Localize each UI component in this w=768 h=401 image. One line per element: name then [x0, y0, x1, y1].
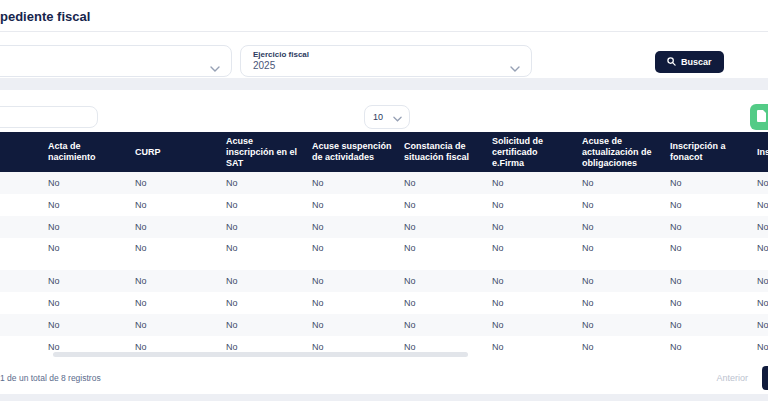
table-cell: No: [757, 172, 768, 194]
table-cell: No: [226, 194, 312, 216]
table-cell: No: [757, 216, 768, 238]
table-cell: No: [312, 172, 404, 194]
table-cell: No: [670, 216, 757, 238]
table-cell: No: [757, 194, 768, 216]
excel-file-icon: [757, 110, 767, 125]
column-header: Acta de nacimiento: [48, 132, 135, 172]
table-header-row: Acta de nacimientoCURPAcuse inscripción …: [0, 132, 768, 172]
table-cell: No: [404, 216, 492, 238]
table-cell: No: [48, 172, 135, 194]
table-cell: No: [582, 270, 670, 292]
current-page-button[interactable]: [762, 366, 768, 390]
filter-row: Ejercicio fiscal 2025 Buscar: [0, 32, 768, 81]
column-header: Ins: [757, 132, 768, 172]
table-cell: No: [670, 336, 757, 358]
table-cell: No: [757, 314, 768, 336]
table-cell: No: [492, 336, 582, 358]
previous-page-button[interactable]: Anterior: [716, 373, 748, 383]
table-cell: [0, 216, 48, 238]
chevron-down-icon: [510, 58, 520, 76]
table-card: 10 Acta de nacimientoCURPAcuse inscripci…: [0, 90, 768, 394]
table-toolbar: 10: [0, 90, 768, 132]
table-cell: No: [582, 216, 670, 238]
table-cell: No: [312, 292, 404, 314]
chevron-down-icon: [210, 58, 220, 76]
column-header: Constancia de situación fiscal: [404, 132, 492, 172]
column-header: Inscripción a fonacot: [670, 132, 757, 172]
table-cell: No: [670, 314, 757, 336]
table-row: NoNoNoNoNoNoNoNoNo: [0, 314, 768, 336]
table-cell: No: [582, 172, 670, 194]
filter-card: pediente fiscal Ejercicio fiscal 2025 Bu…: [0, 0, 768, 78]
horizontal-scrollbar[interactable]: [53, 352, 468, 357]
table-row: NoNoNoNoNoNoNoNoNo: [0, 194, 768, 216]
table-cell: No: [582, 314, 670, 336]
table-cell: No: [582, 292, 670, 314]
table-cell: No: [582, 238, 670, 270]
table-cell: No: [757, 238, 768, 270]
table-cell: No: [48, 314, 135, 336]
table-row: NoNoNoNoNoNoNoNoNo: [0, 238, 768, 270]
column-header: Acuse inscripción en el SAT: [226, 132, 312, 172]
fiscal-year-label: Ejercicio fiscal: [253, 50, 519, 60]
table-cell: No: [226, 314, 312, 336]
table-cell: No: [492, 238, 582, 270]
pagination: 1 de un total de 8 registros Anterior: [0, 358, 768, 390]
table-cell: No: [582, 336, 670, 358]
pagination-info: 1 de un total de 8 registros: [0, 373, 101, 383]
table-row: NoNoNoNoNoNoNoNoNo: [0, 292, 768, 314]
search-icon: [667, 57, 676, 68]
table-cell: No: [582, 194, 670, 216]
table-row: NoNoNoNoNoNoNoNoNo: [0, 270, 768, 292]
table-cell: No: [135, 216, 226, 238]
page-size-select[interactable]: 10: [364, 105, 410, 129]
table-cell: No: [312, 216, 404, 238]
table-cell: No: [404, 194, 492, 216]
table-cell: No: [757, 336, 768, 358]
documents-table: Acta de nacimientoCURPAcuse inscripción …: [0, 132, 768, 358]
table-cell: No: [226, 172, 312, 194]
table-cell: No: [312, 194, 404, 216]
table-cell: No: [757, 292, 768, 314]
column-header: [0, 132, 48, 172]
table-cell: No: [492, 292, 582, 314]
table-cell: No: [492, 172, 582, 194]
table-cell: No: [226, 292, 312, 314]
table-cell: No: [48, 238, 135, 270]
table-cell: No: [404, 314, 492, 336]
page: { "page": { "title": "pediente fiscal" }…: [0, 0, 768, 401]
table-cell: No: [492, 194, 582, 216]
export-excel-button[interactable]: [750, 104, 768, 130]
table-cell: No: [670, 238, 757, 270]
table-cell: [0, 314, 48, 336]
table-cell: [0, 270, 48, 292]
table-cell: No: [492, 270, 582, 292]
fiscal-year-select[interactable]: Ejercicio fiscal 2025: [240, 45, 532, 77]
column-header: Solicitud de certificado e.Firma: [492, 132, 582, 172]
table-cell: No: [670, 292, 757, 314]
table-search-input[interactable]: [0, 106, 98, 128]
search-button[interactable]: Buscar: [655, 51, 724, 73]
table-cell: No: [404, 270, 492, 292]
search-button-label: Buscar: [681, 57, 712, 67]
column-header: Acuse de actualización de obligaciones: [582, 132, 670, 172]
page-size-value: 10: [373, 112, 383, 122]
table-cell: [0, 238, 48, 270]
table-row: NoNoNoNoNoNoNoNoNo: [0, 216, 768, 238]
column-header: CURP: [135, 132, 226, 172]
company-select[interactable]: [0, 45, 232, 77]
table-cell: No: [226, 216, 312, 238]
table-cell: No: [670, 270, 757, 292]
column-header: Acuse suspención de actividades: [312, 132, 404, 172]
table-cell: No: [226, 238, 312, 270]
table-cell: No: [312, 270, 404, 292]
table-cell: No: [492, 216, 582, 238]
table-cell: No: [135, 238, 226, 270]
table-cell: No: [135, 314, 226, 336]
table-cell: No: [135, 270, 226, 292]
table-cell: No: [135, 194, 226, 216]
fiscal-year-value: 2025: [253, 60, 519, 72]
table-cell: No: [404, 238, 492, 270]
table-cell: No: [135, 292, 226, 314]
table-cell: [0, 292, 48, 314]
